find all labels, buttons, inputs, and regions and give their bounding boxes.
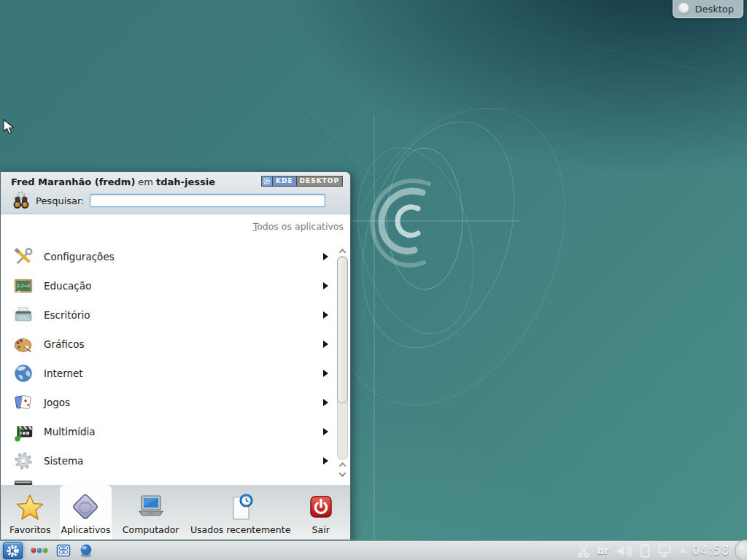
applications-diamond-icon: [70, 491, 102, 524]
keyboard-layout-indicator[interactable]: br: [597, 545, 608, 556]
submenu-arrow-icon: [323, 341, 328, 348]
category-sistema[interactable]: Sistema: [1, 446, 350, 475]
category-configuracoes[interactable]: Configurações: [1, 242, 350, 271]
svg-text:K: K: [10, 547, 16, 555]
search-binoculars-icon: [11, 190, 31, 211]
category-label: Configurações: [44, 251, 115, 262]
category-graficos[interactable]: Gráficos: [1, 330, 350, 359]
category-escritorio[interactable]: Escritório: [1, 300, 350, 330]
panel-cashew[interactable]: [735, 540, 747, 560]
utilities-drawer-icon: [12, 479, 34, 485]
scrollbar-track[interactable]: [337, 256, 348, 460]
hostname: tdah-jessie: [156, 176, 215, 188]
system-tray: br 04:58: [577, 540, 747, 560]
submenu-arrow-icon: [323, 311, 328, 319]
tab-favoritos[interactable]: Favoritos: [1, 485, 60, 540]
games-cards-icon: [12, 392, 34, 413]
scrollbar-thumb[interactable]: [337, 257, 348, 403]
kickoff-header: Fred Maranhão (fredm) em tdah-jessie KDE…: [1, 172, 350, 214]
desktop-root: Desktop Fred Maranhão (fredm) em tdah-je…: [0, 0, 747, 560]
category-label: Multimídia: [44, 426, 96, 438]
kde-desktop-badge: KDE DESKTOP: [261, 176, 343, 187]
internet-globe-icon: [12, 362, 34, 384]
system-gear-icon: [12, 450, 34, 472]
clipboard-scissors-icon[interactable]: [577, 544, 590, 558]
battery-icon[interactable]: [640, 543, 651, 558]
globe-gear-icon[interactable]: [79, 543, 93, 558]
category-jogos[interactable]: Jogos: [1, 388, 350, 417]
list-scrollbar[interactable]: [337, 246, 348, 479]
application-category-list: Todos os aplicativos Configurações: [1, 214, 350, 485]
scroll-up-button[interactable]: [337, 246, 348, 256]
tab-label: Favoritos: [9, 524, 50, 535]
volume-icon[interactable]: [616, 545, 633, 557]
tab-aplicativos[interactable]: Aplicativos: [60, 485, 112, 540]
kickoff-tabbar: Favoritos Aplicativos: [1, 485, 350, 540]
tab-sair[interactable]: Sair: [291, 485, 350, 540]
tab-label: Computador: [123, 524, 179, 535]
kde-logo-icon: K: [6, 544, 20, 558]
debian-swirl: [373, 181, 429, 265]
settings-tools-icon: [12, 246, 34, 268]
category-multimidia[interactable]: Multimídia: [1, 417, 350, 446]
digital-clock[interactable]: 04:58: [692, 543, 730, 558]
all-applications-link[interactable]: Todos os aplicativos: [253, 221, 344, 232]
tray-expander-icon[interactable]: [680, 548, 686, 553]
desktop-toolbox[interactable]: Desktop: [673, 0, 743, 18]
user-name: Fred Maranhão (fredm): [11, 176, 135, 188]
submenu-arrow-icon: [323, 428, 328, 435]
tab-label: Sair: [312, 524, 330, 535]
category-label: Utilitários: [44, 484, 91, 485]
scroll-up-button-bottom[interactable]: [337, 460, 348, 470]
computer-laptop-icon: [135, 491, 167, 524]
graphics-palette-icon: [12, 333, 34, 355]
category-label: Educação: [44, 280, 91, 292]
kickoff-menu: Fred Maranhão (fredm) em tdah-jessie KDE…: [0, 171, 351, 540]
file-drawer-icon[interactable]: [56, 544, 71, 557]
search-input[interactable]: [90, 194, 326, 207]
category-label: Sistema: [44, 455, 83, 467]
education-chalkboard-icon: 2-2=4: [12, 275, 34, 297]
tab-usados-recentemente[interactable]: Usados recentemente: [190, 485, 291, 540]
tab-computador[interactable]: Computador: [112, 485, 190, 540]
device-monitor-icon[interactable]: [657, 544, 673, 558]
category-internet[interactable]: Internet: [1, 359, 350, 388]
tab-label: Aplicativos: [61, 524, 111, 535]
submenu-arrow-icon: [323, 370, 328, 377]
submenu-arrow-icon: [323, 457, 328, 464]
category-label: Gráficos: [44, 338, 85, 350]
mouse-cursor: [2, 119, 17, 135]
category-label: Internet: [44, 368, 83, 379]
power-logout-icon: [305, 491, 337, 524]
category-educacao[interactable]: 2-2=4 Educação: [1, 271, 350, 300]
submenu-arrow-icon: [323, 253, 328, 260]
category-utilitarios[interactable]: Utilitários: [1, 475, 350, 485]
kde-gear-icon: [262, 176, 273, 186]
taskbar-panel: K br: [0, 540, 747, 560]
multimedia-clapper-icon: [12, 421, 34, 443]
svg-text:2-2=4: 2-2=4: [17, 284, 30, 288]
category-label: Jogos: [44, 397, 70, 408]
kickoff-launcher-button[interactable]: K: [3, 542, 23, 559]
scroll-down-button[interactable]: [337, 470, 348, 479]
star-icon: [14, 491, 46, 524]
tab-label: Usados recentemente: [190, 524, 290, 535]
category-label: Escritório: [44, 309, 90, 321]
submenu-arrow-icon: [323, 282, 328, 289]
submenu-arrow-icon: [323, 399, 328, 406]
recent-documents-clock-icon: [225, 491, 257, 524]
search-label: Pesquisar:: [36, 195, 85, 206]
office-typewriter-icon: [12, 304, 34, 326]
toolbox-label: Desktop: [694, 4, 734, 15]
title-conjunction: em: [138, 176, 153, 188]
activities-dots-icon[interactable]: [31, 545, 48, 556]
toolbox-cashew-icon: [678, 3, 689, 15]
